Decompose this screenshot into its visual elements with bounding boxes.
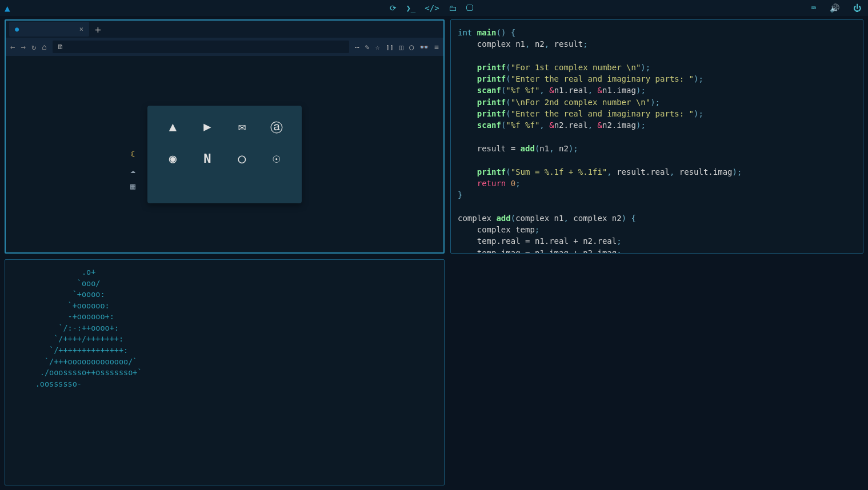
panel-right: ⌨ 🔊 ⏻ <box>809 2 863 14</box>
more-icon[interactable]: ⋯ <box>355 43 359 51</box>
netflix-icon[interactable]: N <box>197 151 218 166</box>
browser-tabbar: ● × + <box>6 21 443 38</box>
menu-icon[interactable]: ≡ <box>434 43 439 51</box>
moon-icon[interactable]: ☾ <box>130 149 135 159</box>
address-bar[interactable]: 🗎 <box>53 41 349 53</box>
home-button[interactable]: ⌂ <box>42 42 46 51</box>
grid-icon[interactable]: ▦ <box>130 181 135 191</box>
mail-icon[interactable]: ✉ <box>231 119 253 136</box>
code-content: int main() { complex n1, n2, result; pri… <box>458 27 856 254</box>
edit-icon[interactable]: ✎ <box>365 43 370 51</box>
forward-button[interactable]: → <box>21 42 25 51</box>
tab-close-icon[interactable]: × <box>79 25 83 33</box>
github-icon[interactable]: ◯ <box>231 151 253 166</box>
top-panel: ▲ ⟳ ❯_ </> 🗀 🖵 ⌨ 🔊 ⏻ <box>0 0 868 16</box>
arch-link-icon[interactable]: ▲ <box>162 119 183 136</box>
volume-icon[interactable]: 🔊 <box>827 2 842 14</box>
panel-left: ▲ <box>5 3 18 14</box>
startpage-grid: ▲ ▶ ✉ ⓐ ◉ N ◯ ☉ <box>162 119 287 166</box>
neofetch-window: .o+ `ooo/ `+oooo: `+oooooo: -+oooooo+: `… <box>5 259 445 485</box>
reddit-icon[interactable]: ☉ <box>266 151 287 166</box>
editor-window: int main() { complex n1, n2, result; pri… <box>450 19 863 254</box>
browser-tab[interactable]: ● × <box>9 22 89 37</box>
display-icon[interactable]: 🖵 <box>463 2 476 14</box>
library-icon[interactable]: ⫿⫿ <box>386 43 394 51</box>
back-button[interactable]: ← <box>10 42 15 51</box>
browser-window: ● × + ← → ↻ ⌂ 🗎 ⋯ ✎ ☆ ⫿⫿ ◫ ◯ 👓 ≡ ☾ ☁ ▦ ▲ <box>5 19 445 254</box>
panel-center: ⟳ ❯_ </> 🗀 🖵 <box>387 2 480 14</box>
cloud-icon[interactable]: ☁ <box>130 165 135 175</box>
amazon-icon[interactable]: ⓐ <box>266 119 287 136</box>
glasses-icon[interactable]: 👓 <box>419 43 429 51</box>
browser-page: ☾ ☁ ▦ ▲ ▶ ✉ ⓐ ◉ N ◯ ☉ <box>6 56 443 252</box>
folder-icon[interactable]: 🗀 <box>446 2 459 14</box>
startpage-search[interactable] <box>162 179 287 190</box>
spotify-icon[interactable]: ◉ <box>162 151 183 166</box>
startpage-sidebar: ☾ ☁ ▦ <box>130 149 135 191</box>
sidebar-icon[interactable]: ◫ <box>399 43 404 51</box>
power-icon[interactable]: ⏻ <box>851 2 863 14</box>
account-icon[interactable]: ◯ <box>409 43 414 51</box>
browser-toolbar: ← → ↻ ⌂ 🗎 ⋯ ✎ ☆ ⫿⫿ ◫ ◯ 👓 ≡ <box>6 38 443 56</box>
ascii-art: .o+ `ooo/ `+oooo: `+oooooo: -+oooooo+: `… <box>12 267 142 389</box>
lock-icon: 🗎 <box>57 43 64 51</box>
youtube-icon[interactable]: ▶ <box>197 119 218 136</box>
bookmark-icon[interactable]: ☆ <box>375 43 380 51</box>
reload-icon[interactable]: ⟳ <box>387 2 399 14</box>
terminal-icon[interactable]: ❯_ <box>403 2 418 14</box>
startpage-card: ▲ ▶ ✉ ⓐ ◉ N ◯ ☉ <box>147 106 302 203</box>
code-icon[interactable]: </> <box>422 2 441 14</box>
arch-icon: ▲ <box>5 3 10 14</box>
reload-button[interactable]: ↻ <box>31 42 36 51</box>
tab-favicon: ● <box>15 25 19 33</box>
keyboard-icon[interactable]: ⌨ <box>809 2 818 14</box>
new-tab-button[interactable]: + <box>91 23 105 35</box>
